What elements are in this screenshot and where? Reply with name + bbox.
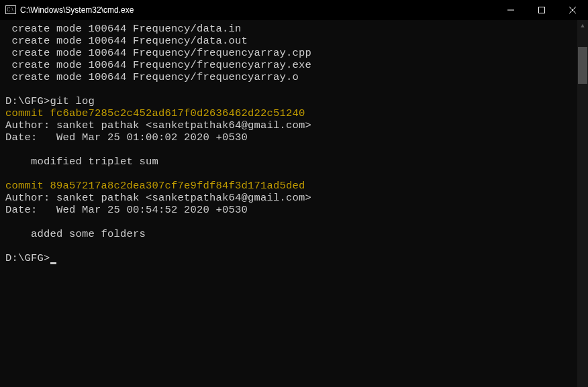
cmd-window: C:\ C:\Windows\System32\cmd.exe create m… xyxy=(0,0,588,387)
commit-message-line: modified triplet sum xyxy=(5,156,572,168)
commit-date-line: Date: Wed Mar 25 01:00:02 2020 +0530 xyxy=(5,131,572,144)
prompt-line: D:\GFG>git log xyxy=(5,95,572,107)
output-line: create mode 100644 Frequency/frequencyar… xyxy=(5,59,572,71)
prompt-line: D:\GFG> xyxy=(5,252,572,264)
commit-author-line: Author: sanket pathak <sanketpathak64@gm… xyxy=(5,119,572,131)
commit-date-line: Date: Wed Mar 25 00:54:52 2020 +0530 xyxy=(5,204,572,216)
cmd-icon: C:\ xyxy=(5,5,16,15)
blank-line xyxy=(5,216,572,228)
output-line: create mode 100644 Frequency/frequencyar… xyxy=(5,71,572,83)
prompt-path: D:\GFG> xyxy=(5,252,50,264)
cursor xyxy=(50,262,56,264)
terminal-content-area: create mode 100644 Frequency/data.in cre… xyxy=(0,20,588,387)
prompt-path: D:\GFG> xyxy=(5,95,50,107)
blank-line xyxy=(5,168,572,180)
minimize-button[interactable] xyxy=(495,0,526,20)
blank-line xyxy=(5,83,572,95)
scrollbar-thumb[interactable] xyxy=(578,47,587,84)
maximize-button[interactable] xyxy=(526,0,557,20)
prompt-command: git log xyxy=(50,95,95,107)
output-line: create mode 100644 Frequency/frequencyar… xyxy=(5,47,572,59)
window-title: C:\Windows\System32\cmd.exe xyxy=(20,5,134,15)
blank-line xyxy=(5,240,572,252)
svg-text:C:\: C:\ xyxy=(7,7,14,13)
commit-author-line: Author: sanket pathak <sanketpathak64@gm… xyxy=(5,192,572,204)
close-button[interactable] xyxy=(557,0,588,20)
svg-rect-3 xyxy=(539,7,545,13)
output-line: create mode 100644 Frequency/data.in xyxy=(5,23,572,35)
titlebar[interactable]: C:\ C:\Windows\System32\cmd.exe xyxy=(0,0,588,20)
output-line: create mode 100644 Frequency/data.out xyxy=(5,35,572,47)
commit-hash-line: commit fc6abe7285c2c452ad617f0d2636462d2… xyxy=(5,107,572,119)
terminal-output[interactable]: create mode 100644 Frequency/data.in cre… xyxy=(0,20,577,387)
blank-line xyxy=(5,144,572,156)
scroll-up-arrow-icon[interactable]: ▲ xyxy=(577,20,588,32)
vertical-scrollbar[interactable]: ▲ xyxy=(577,20,588,387)
commit-message-line: added some folders xyxy=(5,228,572,240)
commit-hash-line: commit 89a57217a8c2dea307cf7e9fdf84f3d17… xyxy=(5,180,572,192)
